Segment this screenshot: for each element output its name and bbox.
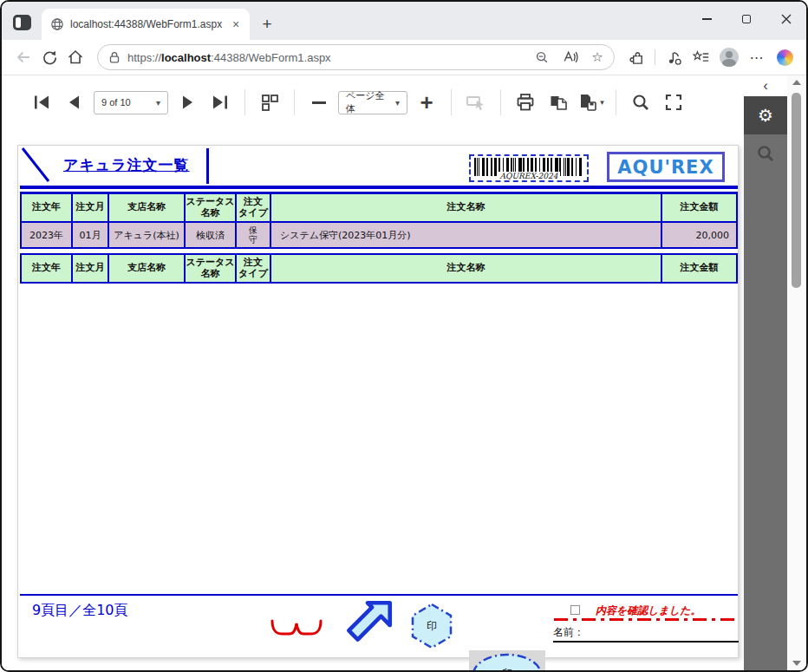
cell-status: 検収済 [186,223,237,247]
minus-icon [312,101,326,104]
name-underline [553,641,739,643]
logo-text: AQU'REX [617,157,714,178]
tab-close-icon[interactable]: × [229,17,243,31]
toolbar-separator [616,89,616,115]
extensions-button[interactable] [623,44,649,70]
media-controls-button[interactable] [661,44,687,70]
scroll-down-button[interactable] [787,656,806,670]
browser-tab[interactable]: localhost:44388/WebForm1.aspx × [42,9,250,40]
print-icon [516,93,535,112]
refresh-button[interactable] [36,44,62,70]
zoom-level-combo[interactable]: ページ全体 ▾ [338,91,407,114]
page-number-combo[interactable]: 9 of 10 ▾ [94,91,168,114]
browser-navbar: https://localhost:44388/WebForm1.aspx ☆ [2,40,806,75]
barcode-label: AQUREX-2024 [471,172,587,180]
refresh-icon [42,49,58,66]
url-scheme: https:// [127,51,161,64]
profile-button[interactable] [716,44,742,70]
zoom-page-button[interactable] [531,46,553,69]
col-header-amount: 注文金額 [662,255,736,282]
col-header-order-year: 注文年 [22,194,73,221]
side-panel-strip: ⚙ [744,96,787,670]
home-button[interactable] [62,44,88,70]
cell-branch: アキュラ(本社) [109,223,186,247]
confirm-text: 内容を確認しました。 [596,603,700,618]
stamp-label: 印 [469,650,545,670]
collapse-panel-button[interactable]: ‹ [744,75,787,96]
fullscreen-icon [664,93,683,112]
zoom-in-button[interactable]: + [413,88,440,116]
minimize-button[interactable] [687,2,727,36]
music-note-icon [666,49,682,66]
cell-order-name: システム保守(2023年01月分) [271,223,662,247]
read-aloud-icon [562,49,578,65]
zoom-level-value: ページ全体 [346,89,387,115]
view-mode-button[interactable] [256,88,283,116]
col-header-status: ステータス 名称 [186,194,237,221]
tab-strip: localhost:44388/WebForm1.aspx × + [2,2,806,40]
report-page: アキュラ注文一覧 AQUREX-2024 AQU'REX 注文年 [17,145,739,658]
fullscreen-button[interactable] [660,88,687,116]
url-host: localhost [161,51,211,64]
scrollbar-track[interactable] [787,89,806,656]
col-header-branch: 支店名称 [109,194,186,221]
print-page-button[interactable] [544,88,572,116]
search-button[interactable] [627,88,655,116]
settings-panel-button[interactable]: ⚙ [744,96,787,134]
copilot-icon [777,49,793,66]
page-count-label: 9頁目／全10頁 [32,602,128,620]
address-bar[interactable]: https://localhost:44388/WebForm1.aspx ☆ [97,44,615,70]
company-logo: AQU'REX [607,152,725,182]
toolbar-separator [244,89,245,115]
red-brace-shape [270,615,323,639]
barcode: AQUREX-2024 [469,154,589,182]
scrollbar-thumb[interactable] [792,93,801,288]
previous-page-button[interactable] [61,88,88,116]
star-icon: ☆ [591,49,603,65]
search-panel-button[interactable] [744,134,787,173]
maximize-button[interactable] [727,2,766,36]
url-path: :44388/WebForm1.aspx [211,51,331,64]
side-panel: ‹ ⚙ [744,75,787,670]
favorites-bar-button[interactable] [688,44,714,70]
minimize-icon [702,18,712,20]
col-header-order-name: 注文名称 [271,255,662,282]
favorites-list-icon [693,49,710,66]
order-table: 注文年 注文月 支店名称 ステータス 名称 注文 タイプ 注文名称 注文金額 2… [20,192,738,249]
close-icon [781,14,792,24]
settings-more-button[interactable]: ⋯ [744,44,770,70]
col-header-order-month: 注文月 [73,255,109,282]
cell-order-month: 01月 [73,223,109,247]
next-page-button[interactable] [173,88,201,116]
tab-actions-button[interactable] [13,15,31,30]
last-page-button[interactable] [206,88,234,116]
globe-icon [50,17,64,31]
scroll-up-button[interactable] [787,75,806,89]
back-button[interactable] [10,44,36,70]
confirm-checkbox [570,605,580,615]
favorite-star-button[interactable]: ☆ [586,46,609,69]
last-page-icon [211,94,230,111]
print-button[interactable] [512,88,539,116]
stamp-label: 印 [408,602,455,650]
name-label: 名前： [553,625,584,640]
export-save-button[interactable]: ▾ [577,88,605,116]
order-table-footer-header: 注文年 注文月 支店名称 ステータス 名称 注文 タイプ 注文名称 注文金額 [20,253,738,284]
new-tab-button[interactable]: + [255,12,279,36]
copilot-button[interactable] [772,44,798,70]
table-data-row: 2023年 01月 アキュラ(本社) 検収済 保守 システム保守(2023年01… [22,221,736,247]
export-save-icon [578,93,598,112]
col-header-amount: 注文金額 [662,194,736,221]
header-vertical-line [206,148,209,184]
read-aloud-button[interactable] [558,46,581,69]
page-number-value: 9 of 10 [101,97,131,108]
first-page-button[interactable] [28,88,55,116]
window-controls [687,2,806,36]
col-header-order-year: 注文年 [22,255,73,282]
next-page-icon [179,94,196,111]
footer-rule [20,594,738,596]
plus-icon: + [420,91,433,114]
page-content: 9 of 10 ▾ [2,75,806,670]
close-button[interactable] [766,2,806,36]
zoom-out-button[interactable] [305,88,333,116]
